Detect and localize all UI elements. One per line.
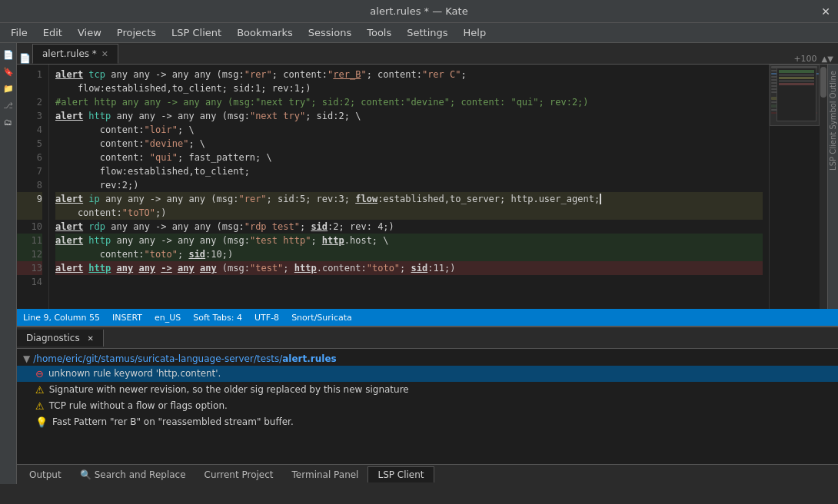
diag-item-3[interactable]: 💡 Fast Pattern "rer B" on "reassembled s… [17,414,838,430]
diag-text-2: TCP rule without a flow or flags option. [49,400,228,411]
footer-tab-output[interactable]: Output [20,467,71,482]
code-line-1b: flow:established,to_client; sid:1; rev:1… [55,81,763,95]
diag-text-0: unknown rule keyword 'http.content'. [48,368,221,379]
diag-file-arrow: ▼ [23,353,30,364]
title-bar: alert.rules * — Kate ✕ [0,0,838,23]
diag-file-path[interactable]: ▼ /home/eric/git/stamus/suricata-languag… [17,352,838,366]
menu-bar: File Edit View Projects LSP Client Bookm… [0,23,838,43]
diag-text-3: Fast Pattern "rer B" on "reassembled str… [52,416,294,427]
diagnostics-content: ▼ /home/eric/git/stamus/suricata-languag… [17,349,838,464]
diag-warning-icon-1: ⚠ [35,384,45,396]
footer-tab-current-project[interactable]: Current Project [195,467,283,482]
main-container: 📄 🔖 📁 ⎇ 🗂 📄 alert.rules * ✕ +100 ▲ ▼ [0,43,838,484]
diag-error-icon-0: ⊖ [35,368,44,380]
tab-document-icon: 📄 [19,53,31,64]
menu-lsp-client[interactable]: LSP Client [164,25,229,40]
right-sidebar: LSP Client Symbol Outline [827,65,838,309]
code-line-5: content:"devine"; \ [55,137,763,151]
bottom-panel: Diagnostics ✕ ▼ /home/eric/git/stamus/su… [17,326,838,464]
code-line-9: alert ip any any -> any any (msg:"rer"; … [55,192,763,206]
diag-info-icon-3: 💡 [35,416,48,428]
search-replace-icon: 🔍 [80,469,91,480]
diag-text-1: Signature with newer revision, so the ol… [49,384,409,395]
menu-tools[interactable]: Tools [359,25,399,40]
menu-view[interactable]: View [70,25,109,40]
status-parser: Snort/Suricata [291,313,352,323]
code-line-10: alert rdp any any -> any any (msg:"rdp t… [55,220,763,234]
status-indent: Soft Tabs: 4 [193,313,242,323]
sidebar-filesystem-icon[interactable]: 🗂 [2,115,15,129]
code-line-13: alert http any any -> any any (msg:"test… [55,261,763,275]
sidebar-projects-icon[interactable]: 📁 [2,81,15,95]
menu-help[interactable]: Help [456,25,494,40]
code-line-14 [55,275,763,289]
minimap[interactable] [769,65,820,309]
window-close-button[interactable]: ✕ [821,5,830,18]
editor-area: 1 · 2 3 4 5 6 7 8 9 · 10 11 12 13 14 [17,65,838,309]
menu-file[interactable]: File [3,25,35,40]
active-tab[interactable]: alert.rules * ✕ [32,44,118,64]
code-line-9b: content:"toTO";) [55,206,763,220]
code-line-3: alert http any any -> any any (msg:"next… [55,109,763,123]
line-numbers: 1 · 2 3 4 5 6 7 8 9 · 10 11 12 13 14 [17,65,49,309]
status-language: en_US [155,313,181,323]
menu-sessions[interactable]: Sessions [301,25,359,40]
editor-content[interactable]: alert tcp any any -> any any (msg:"rer";… [49,65,769,309]
right-sidebar-label: LSP Client Symbol Outline [827,65,838,177]
diagnostics-tab-label: Diagnostics [26,333,80,343]
bottom-panel-tabs: Diagnostics ✕ [17,327,838,349]
footer-tab-lsp-client[interactable]: LSP Client [367,466,434,482]
status-encoding: UTF-8 [254,313,279,323]
status-bar: Line 9, Column 55 INSERT en_US Soft Tabs… [17,309,838,326]
menu-projects[interactable]: Projects [109,25,164,40]
editor-scrollbar[interactable] [820,65,827,309]
sidebar-bookmarks-icon[interactable]: 🔖 [2,65,15,78]
tab-close-button[interactable]: ✕ [101,49,108,59]
diag-file-path-label: /home/eric/git/stamus/suricata-language-… [33,353,336,364]
footer-tab-search-replace[interactable]: 🔍 Search and Replace [71,467,195,482]
diag-warning-icon-2: ⚠ [35,400,45,412]
diagnostics-tab[interactable]: Diagnostics ✕ [17,330,104,346]
tab-right-controls: +100 ▲ ▼ [793,54,838,64]
status-line-col: Line 9, Column 55 [23,313,100,323]
diag-item-2[interactable]: ⚠ TCP rule without a flow or flags optio… [17,398,838,414]
code-line-2: #alert http any any -> any any (msg:"nex… [55,95,763,109]
minimap-thumb-image [776,68,816,121]
code-line-12: content:"toto"; sid:10;) [55,247,763,261]
scrollbar-thumb[interactable] [820,67,826,98]
code-line-7: flow:established,to_client; [55,164,763,178]
menu-settings[interactable]: Settings [399,25,455,40]
code-line-8: rev:2;) [55,178,763,192]
footer-tab-terminal-panel[interactable]: Terminal Panel [283,467,368,482]
menu-bookmarks[interactable]: Bookmarks [229,25,301,40]
window-title: alert.rules * — Kate [370,5,467,17]
editor-container[interactable]: 1 · 2 3 4 5 6 7 8 9 · 10 11 12 13 14 [17,65,769,309]
zoom-level: +100 [793,54,816,64]
code-line-4: content:"loir"; \ [55,123,763,137]
left-sidebar: 📄 🔖 📁 ⎇ 🗂 [0,43,17,484]
code-line-11: alert http any any -> any any (msg:"test… [55,234,763,247]
code-line-6: content: "qui"; fast_pattern; \ [55,151,763,164]
diag-item-1[interactable]: ⚠ Signature with newer revision, so the … [17,382,838,398]
status-mode: INSERT [112,313,142,323]
sidebar-documents-icon[interactable]: 📄 [2,48,15,61]
code-line-1: alert tcp any any -> any any (msg:"rer";… [55,68,763,81]
sidebar-git-icon[interactable]: ⎇ [2,98,15,112]
tab-label: alert.rules * [42,48,97,59]
diagnostics-tab-close[interactable]: ✕ [87,334,93,343]
scroll-up-icon[interactable]: ▲ [822,55,828,63]
tab-bar: 📄 alert.rules * ✕ +100 ▲ ▼ [17,43,838,65]
right-panel: 📄 alert.rules * ✕ +100 ▲ ▼ 1 · 2 3 [17,43,838,484]
diag-item-0[interactable]: ⊖ unknown rule keyword 'http.content'. [17,366,838,382]
footer-tabs: Output 🔍 Search and Replace Current Proj… [17,464,838,484]
menu-edit[interactable]: Edit [35,25,70,40]
scroll-down-icon[interactable]: ▼ [827,55,833,63]
